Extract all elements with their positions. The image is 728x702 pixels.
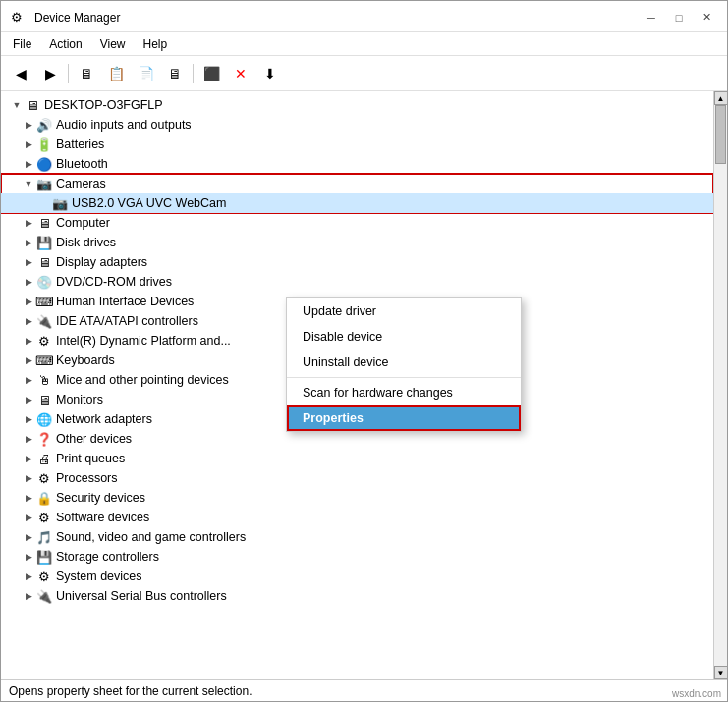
ctx-properties[interactable]: Properties [287,405,521,431]
keyboards-icon: ⌨ [36,352,52,368]
cameras-expand[interactable]: ▼ [21,176,36,191]
display-label: Display adapters [56,255,147,269]
hid-label: Human Interface Devices [56,295,194,308]
mice-expand[interactable]: ▶ [21,372,36,388]
network-icon: 🌐 [36,411,52,427]
batteries-expand[interactable]: ▶ [21,136,36,152]
minimize-button[interactable]: ─ [639,8,664,27]
monitors-expand[interactable]: ▶ [21,392,36,407]
usb-label: Universal Serial Bus controllers [56,589,227,603]
menu-help[interactable]: Help [136,35,176,53]
tree-item-storage[interactable]: ▶ 💾 Storage controllers [1,547,713,567]
print-expand[interactable]: ▶ [21,451,36,466]
audio-label: Audio inputs and outputs [56,118,192,132]
intel-icon: ⚙ [36,333,52,349]
webcam-label: USB2.0 VGA UVC WebCam [72,196,226,210]
computer-expand[interactable]: ▶ [21,215,36,231]
vertical-scrollbar[interactable]: ▲ ▼ [713,91,727,679]
tree-item-other[interactable]: ▶ ❓ Other devices [1,429,713,449]
ctx-disable-device[interactable]: Disable device [287,324,521,350]
storage-expand[interactable]: ▶ [21,549,36,565]
ctx-scan-hardware[interactable]: Scan for hardware changes [287,380,521,405]
tree-item-software[interactable]: ▶ ⚙ Software devices [1,508,713,527]
remove-button[interactable]: ✕ [227,61,254,86]
toolbar-separator-1 [68,64,69,83]
display-button[interactable]: 🖥 [161,61,189,86]
other-expand[interactable]: ▶ [21,431,36,447]
scroll-thumb[interactable] [715,105,726,164]
tree-item-disk[interactable]: ▶ 💾 Disk drives [1,233,713,252]
computer-label: Computer [56,216,110,230]
properties-button[interactable]: 📋 [102,61,130,86]
root-expand[interactable]: ▼ [9,97,25,113]
context-menu: Update driver Disable device Uninstall d… [286,297,522,432]
tree-item-usb[interactable]: ▶ 🔌 Universal Serial Bus controllers [1,586,713,606]
dvd-label: DVD/CD-ROM drives [56,275,172,289]
menu-view[interactable]: View [92,35,134,53]
scroll-track[interactable] [714,105,727,666]
dvd-expand[interactable]: ▶ [21,274,36,290]
tree-item-bluetooth[interactable]: ▶ 🔵 Bluetooth [1,154,713,174]
ide-label: IDE ATA/ATAPI controllers [56,314,198,328]
bluetooth-icon: 🔵 [36,156,52,172]
root-icon: 🖥 [25,97,40,113]
menu-action[interactable]: Action [41,35,89,53]
menu-file[interactable]: File [5,35,39,53]
display-expand[interactable]: ▶ [21,254,36,270]
dvd-icon: 💿 [36,274,52,290]
disk-expand[interactable]: ▶ [21,235,36,250]
other-label: Other devices [56,432,132,446]
ctx-separator [287,377,521,378]
toolbar-separator-2 [193,64,194,83]
tree-item-display[interactable]: ▶ 🖥 Display adapters [1,252,713,272]
tree-item-system[interactable]: ▶ ⚙ System devices [1,567,713,586]
system-expand[interactable]: ▶ [21,568,36,584]
root-label: DESKTOP-O3FGFLP [44,98,163,112]
tree-item-cameras[interactable]: ▼ 📷 Cameras [1,174,713,193]
driver-button[interactable]: 📄 [132,61,159,86]
tree-item-sound[interactable]: ▶ 🎵 Sound, video and game controllers [1,527,713,547]
audio-expand[interactable]: ▶ [21,117,36,133]
close-button[interactable]: ✕ [694,8,719,27]
device-tree[interactable]: ▼ 🖥 DESKTOP-O3FGFLP ▶ 🔊 Audio inputs and… [1,91,713,679]
cameras-group: ▼ 📷 Cameras ▶ 📷 USB2.0 VGA UVC WebCam [1,174,713,213]
title-bar: ⚙ Device Manager ─ □ ✕ [1,1,727,32]
tree-item-security[interactable]: ▶ 🔒 Security devices [1,488,713,508]
print-label: Print queues [56,452,125,465]
tree-item-webcam[interactable]: ▶ 📷 USB2.0 VGA UVC WebCam [1,193,713,213]
software-expand[interactable]: ▶ [21,510,36,525]
scroll-down-arrow[interactable]: ▼ [714,666,728,679]
processors-label: Processors [56,471,118,485]
scroll-up-arrow[interactable]: ▲ [714,91,728,105]
ctx-uninstall-device[interactable]: Uninstall device [287,350,521,375]
scan-button[interactable]: ⬇ [256,61,284,86]
add-button[interactable]: ⬛ [197,61,225,86]
bluetooth-expand[interactable]: ▶ [21,156,36,172]
processors-expand[interactable]: ▶ [21,470,36,486]
intel-expand[interactable]: ▶ [21,333,36,349]
tree-item-audio[interactable]: ▶ 🔊 Audio inputs and outputs [1,115,713,135]
tree-item-batteries[interactable]: ▶ 🔋 Batteries [1,135,713,154]
tree-item-dvd[interactable]: ▶ 💿 DVD/CD-ROM drives [1,272,713,292]
network-expand[interactable]: ▶ [21,411,36,427]
computer-button[interactable]: 🖥 [73,61,100,86]
forward-button[interactable]: ▶ [36,61,64,86]
ctx-update-driver[interactable]: Update driver [287,298,521,324]
tree-item-print[interactable]: ▶ 🖨 Print queues [1,449,713,468]
maximize-button[interactable]: □ [666,8,692,27]
security-label: Security devices [56,491,145,505]
processors-icon: ⚙ [36,470,52,486]
status-bar: Opens property sheet for the current sel… [1,679,727,701]
ide-expand[interactable]: ▶ [21,313,36,329]
tree-item-computer[interactable]: ▶ 🖥 Computer [1,213,713,233]
computer-icon: 🖥 [36,215,52,231]
security-expand[interactable]: ▶ [21,490,36,506]
disk-icon: 💾 [36,235,52,250]
software-label: Software devices [56,511,149,524]
tree-item-processors[interactable]: ▶ ⚙ Processors [1,468,713,488]
back-button[interactable]: ◀ [7,61,34,86]
status-text: Opens property sheet for the current sel… [9,684,252,698]
usb-expand[interactable]: ▶ [21,588,36,604]
tree-root[interactable]: ▼ 🖥 DESKTOP-O3FGFLP [1,95,713,115]
sound-expand[interactable]: ▶ [21,529,36,545]
